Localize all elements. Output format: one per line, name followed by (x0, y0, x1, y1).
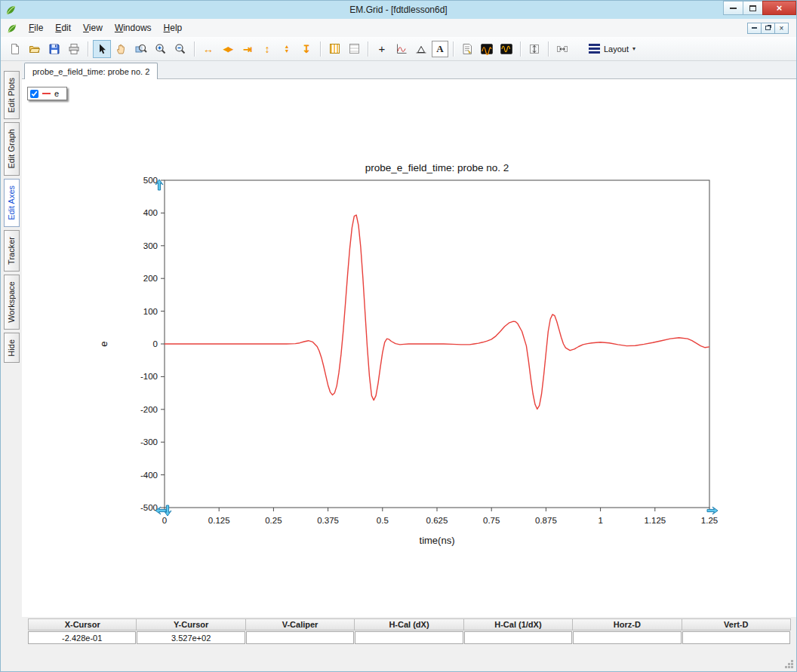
status-header: V-Caliper (246, 618, 355, 631)
print-button[interactable] (65, 40, 83, 58)
split-x-button[interactable]: ◀▶ (219, 40, 237, 58)
tab-probe-e-field-time[interactable]: probe_e_field_time: probe no. 2 (24, 63, 158, 80)
mdi-close-button[interactable]: × (774, 23, 789, 34)
expand-y-button[interactable]: ↕ (258, 40, 276, 58)
toolbar-separator (548, 41, 549, 57)
status-column-h-cal-dx: H-Cal (dX) (355, 618, 463, 646)
table-rows-button[interactable] (345, 40, 363, 58)
waveform-dark-button[interactable] (478, 40, 496, 58)
svg-text:1.25: 1.25 (701, 516, 718, 525)
svg-text:400: 400 (143, 208, 158, 217)
slope-marker-button[interactable] (412, 40, 430, 58)
expand-x-button[interactable]: ↔ (199, 40, 217, 58)
sidebar-item-edit-graph[interactable]: Edit Graph (4, 122, 20, 176)
close-icon: × (777, 2, 783, 14)
split-x-icon: ◀▶ (223, 44, 232, 54)
legend-checkbox[interactable] (30, 90, 38, 98)
legend-box: e (27, 87, 67, 100)
window-title: EM.Grid - [fdtdlesson6d] (1, 5, 796, 15)
status-header: Y-Cursor (137, 618, 245, 631)
app-window: EM.Grid - [fdtdlesson6d] × File Edit Vie… (0, 0, 797, 672)
mdi-restore-button[interactable] (761, 23, 775, 34)
bottom-strip (1, 646, 796, 671)
fit-vertical-button[interactable] (525, 40, 543, 58)
svg-text:0: 0 (162, 516, 167, 525)
new-file-button[interactable] (6, 40, 24, 58)
menu-bar: File Edit View Windows Help × (1, 19, 796, 37)
menu-windows[interactable]: Windows (109, 20, 158, 35)
svg-text:0.375: 0.375 (317, 516, 339, 525)
zoom-out-button[interactable] (171, 40, 189, 58)
crosshair-button[interactable]: + (373, 40, 391, 58)
zoom-in-button[interactable] (152, 40, 170, 58)
open-file-button[interactable] (26, 40, 44, 58)
select-cursor-button[interactable] (93, 40, 111, 58)
notes-page-button[interactable] (458, 40, 476, 58)
title-bar: EM.Grid - [fdtdlesson6d] × (1, 1, 796, 19)
toolbar: ↔ ◀▶ ⇥ ↕ ▲▼ ↧ + A Layout ▾ (1, 37, 796, 61)
x-axis-label: time(ns) (420, 535, 455, 546)
svg-text:-100: -100 (140, 372, 158, 381)
waveform-dark2-button[interactable] (497, 40, 515, 58)
status-value-h-cal-dx (355, 631, 463, 644)
sidebar-item-workspace[interactable]: Workspace (4, 275, 20, 330)
axes-curve-icon (395, 43, 408, 55)
shift-x-icon: ⇥ (243, 44, 252, 54)
svg-text:0.125: 0.125 (208, 516, 230, 525)
maximize-button[interactable] (743, 1, 763, 15)
pan-button[interactable] (112, 40, 131, 58)
status-value-vert-d (682, 631, 790, 644)
zoom-region-button[interactable] (132, 40, 150, 58)
shift-x-button[interactable]: ⇥ (238, 40, 257, 58)
svg-text:100: 100 (143, 307, 158, 316)
select-cursor-icon (96, 43, 108, 55)
sidebar-item-hide[interactable]: Hide (4, 333, 20, 364)
sidebar-item-edit-plots[interactable]: Edit Plots (4, 71, 20, 119)
table-columns-button[interactable] (325, 40, 343, 58)
resize-grip[interactable] (784, 659, 794, 669)
menu-help[interactable]: Help (158, 20, 189, 35)
status-header: Vert-D (682, 618, 791, 631)
svg-text:1.125: 1.125 (644, 516, 666, 525)
mdi-minimize-button[interactable] (747, 23, 762, 34)
legend-series-label: e (54, 89, 59, 98)
menu-file[interactable]: File (23, 20, 49, 35)
fit-horizontal-button[interactable] (553, 40, 571, 58)
svg-text:-200: -200 (140, 405, 158, 414)
svg-text:0.5: 0.5 (377, 516, 389, 525)
shift-y-button[interactable]: ↧ (297, 40, 315, 58)
svg-text:0.625: 0.625 (426, 516, 448, 525)
status-header: H-Cal (1/dX) (464, 618, 573, 631)
minimize-button[interactable] (723, 1, 743, 15)
sidebar-item-tracker[interactable]: Tracker (4, 230, 20, 272)
layout-dropdown[interactable]: Layout ▾ (583, 40, 642, 58)
new-file-icon (9, 43, 21, 55)
waveform-dark2-icon (500, 43, 512, 55)
fit-vertical-icon (528, 43, 540, 55)
series-e-line (165, 215, 709, 409)
minimize-icon (730, 8, 737, 9)
waveform-dark-icon (481, 43, 493, 55)
text-annotation-button[interactable]: A (432, 41, 448, 57)
axes-curve-button[interactable] (392, 40, 411, 58)
svg-text:0.25: 0.25 (265, 516, 282, 525)
menu-edit[interactable]: Edit (49, 20, 77, 35)
status-header: X-Cursor (28, 618, 137, 631)
menu-view[interactable]: View (77, 20, 109, 35)
sidebar: Edit Plots Edit Graph Edit Axes Tracker … (1, 61, 22, 617)
svg-text:-300: -300 (140, 437, 158, 446)
print-icon (68, 43, 80, 55)
mdi-minimize-icon (752, 27, 757, 29)
chevron-down-icon: ▾ (632, 45, 635, 52)
tracker-status-bar: X-Cursor -2.428e-01 Y-Cursor 3.527e+02 V… (1, 617, 796, 646)
close-button[interactable]: × (762, 1, 796, 15)
status-value-horz-d (573, 631, 681, 644)
sidebar-item-edit-axes[interactable]: Edit Axes (4, 179, 20, 227)
svg-text:0: 0 (153, 339, 158, 348)
notes-page-icon (461, 43, 473, 55)
text-label-icon: A (436, 43, 443, 54)
toolbar-separator (320, 41, 321, 57)
status-value-y-cursor: 3.527e+02 (137, 631, 245, 644)
save-button[interactable] (45, 40, 63, 58)
split-y-button[interactable]: ▲▼ (278, 40, 296, 58)
